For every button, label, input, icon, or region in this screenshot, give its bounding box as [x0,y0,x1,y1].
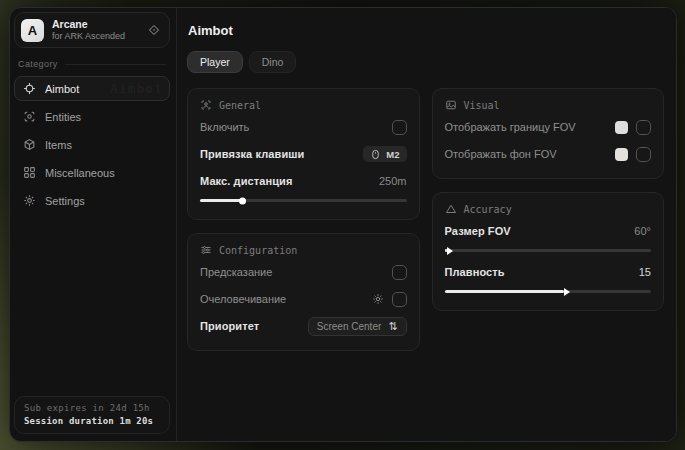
image-frame-icon [445,99,457,111]
sidebar-item-settings[interactable]: Settings [14,188,170,213]
prediction-checkbox[interactable] [392,265,407,280]
card-general: General Включить Привязка клавиши [187,88,420,220]
prediction-label: Предсказание [200,266,272,278]
card-visual: Visual Отображать границу FOV Отображать… [432,88,665,179]
max-distance-slider[interactable] [200,199,407,202]
humanize-label: Очеловечивание [200,293,286,305]
session-duration-text: Session duration 1m 20s [24,416,160,426]
keybind-label: Привязка клавиши [200,148,304,160]
card-title: Configuration [219,245,297,256]
max-distance-label: Макс. дистанция [200,175,292,187]
category-header: Category [18,59,166,69]
app-subtitle: for ARK Ascended [52,31,125,42]
smoothness-label: Плавность [445,266,505,278]
crosshair-icon [23,82,36,95]
sidebar-item-label: Aimbot [45,83,79,95]
cube-icon [23,138,36,151]
sidebar-nav: Aimbot Aimbot Entities Items [14,76,170,213]
fov-border-checkbox[interactable] [636,120,651,135]
sidebar: A Arcane for ARK Ascended Category [10,8,177,441]
card-configuration: Configuration Предсказание Очеловечивани… [187,233,420,351]
session-info: Sub expires in 24d 15h Session duration … [14,396,170,434]
app-title: Arcane [52,18,125,31]
keybind-button[interactable]: M2 [363,146,406,162]
sidebar-item-items[interactable]: Items [14,132,170,157]
page-title: Aimbot [188,23,664,38]
sidebar-item-label: Items [45,139,72,151]
humanize-checkbox[interactable] [392,292,407,307]
fov-size-slider[interactable] [445,249,652,252]
fov-border-color-swatch[interactable] [615,121,628,134]
enable-checkbox[interactable] [392,120,407,135]
sidebar-item-miscellaneous[interactable]: Miscellaneous [14,160,170,185]
sidebar-item-label: Miscellaneous [45,167,115,179]
category-label: Category [18,59,58,69]
card-accuracy: Accuracy Размер FOV 60° Плавность 15 [432,192,665,311]
person-focus-icon [200,99,212,111]
enable-label: Включить [200,121,249,133]
updown-arrows-icon: ⇅ [388,321,397,332]
sub-expires-text: Sub expires in 24d 15h [24,403,160,413]
divider [65,64,166,65]
fov-bg-checkbox[interactable] [636,147,651,162]
fov-size-label: Размер FOV [445,225,511,237]
keybind-value: M2 [386,149,399,160]
triangle-icon [445,203,457,215]
fov-bg-color-swatch[interactable] [615,148,628,161]
fov-size-value: 60° [634,225,651,237]
humanize-settings-icon[interactable] [372,293,384,305]
app-logo: A [21,19,44,42]
active-item-watermark: Aimbot [110,81,163,96]
card-title: Visual [464,100,500,111]
priority-dropdown[interactable]: Screen Center ⇅ [308,317,407,336]
smoothness-value: 15 [639,266,651,278]
grid-icon [23,166,36,179]
tune-sliders-icon [200,244,212,256]
priority-value: Screen Center [317,321,381,332]
target-icon[interactable] [148,24,160,36]
tab-player[interactable]: Player [187,51,243,73]
card-title: General [219,100,261,111]
sidebar-item-aimbot[interactable]: Aimbot Aimbot [14,76,170,101]
tab-bar: Player Dino [187,51,664,73]
tab-dino[interactable]: Dino [249,51,297,73]
main-content: Aimbot Player Dino General [177,8,676,441]
smoothness-slider[interactable] [445,290,652,293]
mouse-icon [370,149,381,160]
sidebar-item-entities[interactable]: Entities [14,104,170,129]
fov-border-label: Отображать границу FOV [445,121,576,133]
brand-header: A Arcane for ARK Ascended [14,12,170,48]
scan-target-icon [23,110,36,123]
gear-icon [23,194,36,207]
sidebar-item-label: Entities [45,111,81,123]
max-distance-value: 250m [379,175,407,187]
priority-label: Приоритет [200,320,259,332]
card-title: Accuracy [464,204,512,215]
sidebar-item-label: Settings [45,195,85,207]
fov-bg-label: Отображать фон FOV [445,148,557,160]
app-window: A Arcane for ARK Ascended Category [9,7,677,442]
